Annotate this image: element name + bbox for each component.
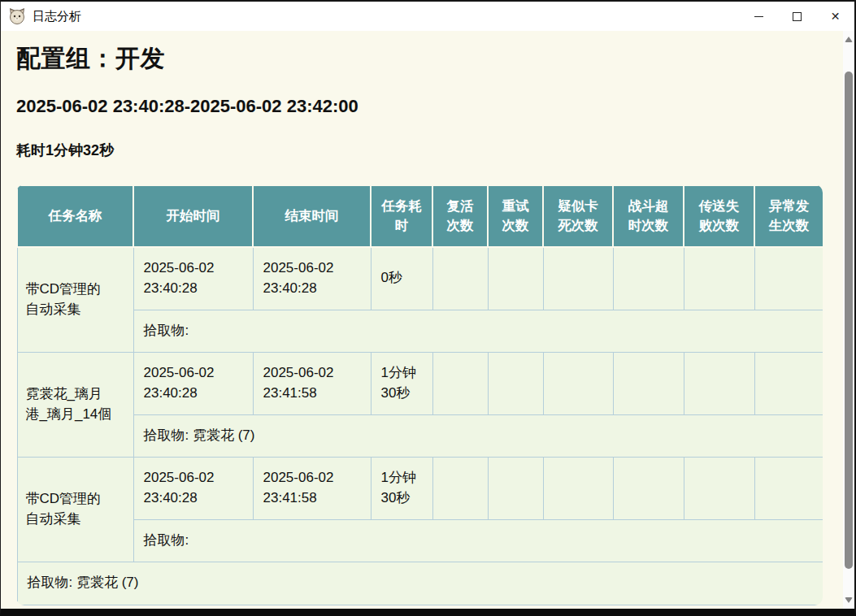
maximize-icon xyxy=(793,12,802,21)
pickup-cell: 拾取物: xyxy=(133,519,823,562)
scroll-down-arrow-icon[interactable] xyxy=(845,597,853,603)
pickup-row: 拾取物: xyxy=(17,310,823,352)
task-name-cell: 霓裳花_璃月港_璃月_14個 xyxy=(17,352,133,457)
app-icon xyxy=(8,7,26,25)
column-header-7: 战斗超时次数 xyxy=(613,185,684,247)
time-range: 2025-06-02 23:40:28-2025-06-02 23:42:00 xyxy=(16,97,854,116)
exception-count-cell xyxy=(754,247,823,310)
scrollbar-thumb[interactable] xyxy=(845,72,853,569)
log-table: 任务名称开始时间结束时间任务耗时复活次数重试次数疑似卡死次数战斗超时次数传送失败… xyxy=(16,184,823,605)
retry-count-cell xyxy=(488,457,543,519)
end-time-cell: 2025-06-02 23:40:28 xyxy=(253,247,371,310)
table-body: 带CD管理的自动采集2025-06-02 23:40:282025-06-02 … xyxy=(17,247,823,605)
task-name-cell: 带CD管理的自动采集 xyxy=(17,247,133,352)
battle-timeout-count-cell xyxy=(613,457,684,519)
column-header-3: 任务耗时 xyxy=(371,185,432,247)
table-header-row: 任务名称开始时间结束时间任务耗时复活次数重试次数疑似卡死次数战斗超时次数传送失败… xyxy=(17,185,823,247)
column-header-5: 重试次数 xyxy=(488,185,543,247)
column-header-2: 结束时间 xyxy=(253,185,371,247)
maximize-button[interactable] xyxy=(778,2,816,31)
teleport-fail-count-cell xyxy=(684,457,754,519)
teleport-fail-count-cell xyxy=(684,352,754,414)
column-header-8: 传送失败次数 xyxy=(684,185,754,247)
start-time-cell: 2025-06-02 23:40:28 xyxy=(133,457,253,519)
close-button[interactable]: ✕ xyxy=(816,2,854,31)
scroll-up-arrow-icon[interactable] xyxy=(845,37,853,42)
column-header-6: 疑似卡死次数 xyxy=(543,185,613,247)
pickup-row: 拾取物: 霓裳花 (7) xyxy=(17,414,823,457)
content-area: 配置组：开发 2025-06-02 23:40:28-2025-06-02 23… xyxy=(1,31,854,609)
pickup-cell: 拾取物: xyxy=(133,310,823,352)
pickup-row: 拾取物: xyxy=(17,519,823,562)
task-row: 霓裳花_璃月港_璃月_14個2025-06-02 23:40:282025-06… xyxy=(17,352,823,414)
minimize-button[interactable] xyxy=(740,2,778,31)
retry-count-cell xyxy=(488,247,543,310)
teleport-fail-count-cell xyxy=(684,247,754,310)
task-row: 带CD管理的自动采集2025-06-02 23:40:282025-06-02 … xyxy=(17,457,823,519)
window-controls: ✕ xyxy=(740,2,854,31)
close-icon: ✕ xyxy=(831,11,841,22)
minimize-icon xyxy=(754,16,763,17)
end-time-cell: 2025-06-02 23:41:58 xyxy=(253,457,371,519)
exception-count-cell xyxy=(754,457,823,519)
summary-row: 拾取物: 霓裳花 (7) xyxy=(17,562,823,605)
column-header-1: 开始时间 xyxy=(133,185,253,247)
revive-count-cell xyxy=(432,247,488,310)
stuck-count-cell xyxy=(543,352,613,414)
app-window: 日志分析 ✕ 配置组：开发 2025-06-02 23:40:28-2025-0… xyxy=(0,0,856,616)
duration-cell: 1分钟30秒 xyxy=(371,352,432,414)
revive-count-cell xyxy=(432,352,488,414)
duration-cell: 0秒 xyxy=(371,247,432,310)
pickup-cell: 拾取物: 霓裳花 (7) xyxy=(133,414,823,457)
config-group-title: 配置组：开发 xyxy=(16,45,854,72)
task-row: 带CD管理的自动采集2025-06-02 23:40:282025-06-02 … xyxy=(17,247,823,310)
window-title: 日志分析 xyxy=(33,9,81,24)
task-name-cell: 带CD管理的自动采集 xyxy=(17,457,133,562)
exception-count-cell xyxy=(754,352,823,414)
task-log-table: 任务名称开始时间结束时间任务耗时复活次数重试次数疑似卡死次数战斗超时次数传送失败… xyxy=(16,184,823,605)
duration-cell: 1分钟30秒 xyxy=(371,457,432,519)
start-time-cell: 2025-06-02 23:40:28 xyxy=(133,247,253,310)
stuck-count-cell xyxy=(543,247,613,310)
battle-timeout-count-cell xyxy=(613,352,684,414)
battle-timeout-count-cell xyxy=(613,247,684,310)
column-header-0: 任务名称 xyxy=(17,185,133,247)
end-time-cell: 2025-06-02 23:41:58 xyxy=(253,352,371,414)
retry-count-cell xyxy=(488,352,543,414)
total-duration: 耗时1分钟32秒 xyxy=(16,142,854,158)
start-time-cell: 2025-06-02 23:40:28 xyxy=(133,352,253,414)
vertical-scrollbar[interactable] xyxy=(843,31,854,609)
titlebar: 日志分析 ✕ xyxy=(1,2,854,31)
revive-count-cell xyxy=(432,457,488,519)
column-header-4: 复活次数 xyxy=(432,185,488,247)
summary-pickup-cell: 拾取物: 霓裳花 (7) xyxy=(17,562,823,605)
stuck-count-cell xyxy=(543,457,613,519)
column-header-9: 异常发生次数 xyxy=(754,185,823,247)
